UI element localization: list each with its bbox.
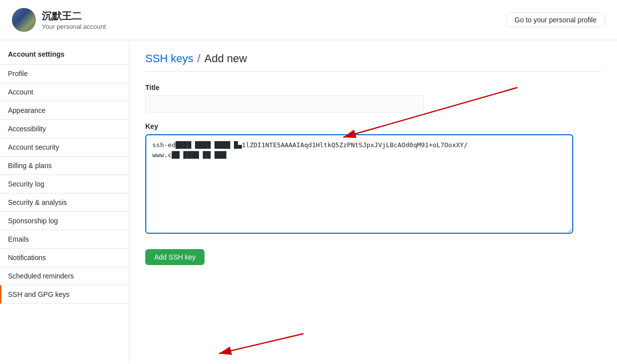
key-form-group: Key ssh-ed<span class="blurred">████ ███… <box>145 122 601 235</box>
header-subtitle: Your personal account <box>42 23 106 30</box>
sidebar: Account settings Profile Account Appeara… <box>0 40 129 364</box>
sidebar-section-title: Account settings <box>0 44 129 65</box>
sidebar-item-sponsorship-log[interactable]: Sponsorship log <box>0 212 129 230</box>
sidebar-item-security-log[interactable]: Security log <box>0 175 129 193</box>
avatar-image <box>12 8 36 32</box>
header-username: 沉默王二 <box>42 9 106 23</box>
page-header: SSH keys / Add new <box>145 52 601 65</box>
header-user-info: 沉默王二 Your personal account <box>42 9 106 30</box>
key-textarea[interactable]: ssh-ed<span class="blurred">████ ████ ██… <box>145 134 573 234</box>
sidebar-item-scheduled-reminders[interactable]: Scheduled reminders <box>0 267 129 285</box>
sidebar-item-account-security[interactable]: Account security <box>0 138 129 157</box>
header: 沉默王二 Your personal account Go to your pe… <box>0 0 617 40</box>
sidebar-item-profile[interactable]: Profile <box>0 65 129 83</box>
breadcrumb-separator: / <box>198 52 201 65</box>
go-to-profile-button[interactable]: Go to your personal profile <box>506 12 605 27</box>
sidebar-item-security-analysis[interactable]: Security & analysis <box>0 193 129 212</box>
sidebar-item-billing[interactable]: Billing & plans <box>0 157 129 175</box>
add-ssh-key-button[interactable]: Add SSH key <box>145 249 205 265</box>
title-input[interactable] <box>145 95 424 112</box>
sidebar-item-emails[interactable]: Emails <box>0 230 129 249</box>
sidebar-item-account[interactable]: Account <box>0 83 129 101</box>
sidebar-item-notifications[interactable]: Notifications <box>0 249 129 267</box>
title-label: Title <box>145 84 601 91</box>
key-label: Key <box>145 122 601 130</box>
avatar <box>12 8 36 32</box>
layout: Account settings Profile Account Appeara… <box>0 40 617 364</box>
sidebar-item-accessibility[interactable]: Accessibility <box>0 120 129 138</box>
page-divider <box>145 71 601 72</box>
svg-line-3 <box>219 334 304 354</box>
breadcrumb-current: Add new <box>205 52 247 65</box>
title-form-group: Title <box>145 84 601 112</box>
sidebar-item-ssh-gpg-keys[interactable]: SSH and GPG keys <box>0 285 129 304</box>
breadcrumb-link[interactable]: SSH keys <box>145 52 194 65</box>
sidebar-item-appearance[interactable]: Appearance <box>0 101 129 120</box>
main-content: SSH keys / Add new Title Key ssh-ed<span… <box>129 40 617 364</box>
header-left: 沉默王二 Your personal account <box>12 8 106 32</box>
